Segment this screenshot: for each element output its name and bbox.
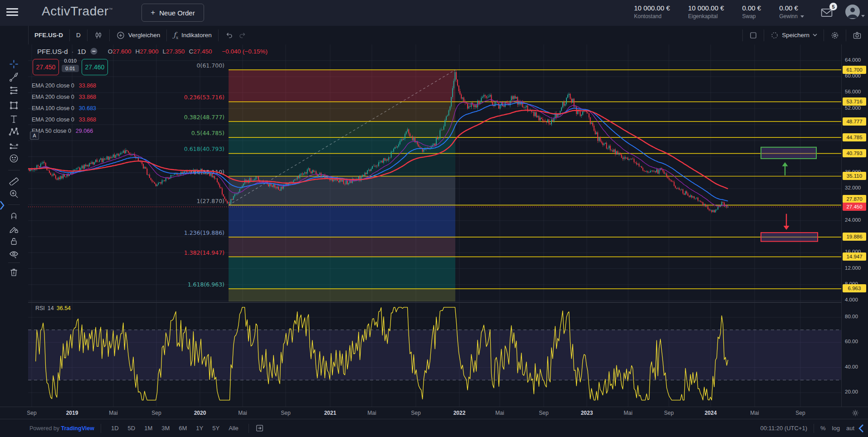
forecast-icon[interactable] xyxy=(9,141,20,151)
fib-level-label[interactable]: 0.5(44.785) xyxy=(191,130,224,136)
settings-button[interactable] xyxy=(824,26,846,44)
snapshot-button[interactable] xyxy=(846,26,868,44)
stat-gewinn[interactable]: 0.00 €Gewinn xyxy=(779,4,804,19)
indicators-button[interactable]: ƒx Indikatoren xyxy=(167,26,218,44)
sell-button[interactable]: 27.450 xyxy=(33,59,59,75)
range-1y[interactable]: 1Y xyxy=(192,423,207,433)
text-icon[interactable] xyxy=(9,114,20,125)
clock[interactable]: 00:11:20 (UTC+1) xyxy=(761,425,807,432)
ruler-icon[interactable] xyxy=(9,175,20,186)
avatar[interactable] xyxy=(845,5,860,19)
fib-level-label[interactable]: 1.236(19.886) xyxy=(184,229,224,236)
arrow-up-marker[interactable] xyxy=(782,162,788,166)
fib-price-badge: 19.886 xyxy=(843,233,866,241)
range-selector: 1D5D1M3M6M1Y5YAlle xyxy=(107,423,242,433)
layout-button[interactable] xyxy=(743,26,764,44)
trash-icon[interactable] xyxy=(9,267,20,278)
legend-row[interactable]: EMA 200 close 033.868 xyxy=(32,91,96,102)
symbol-name: PFE.US-d xyxy=(37,48,68,55)
range-6m[interactable]: 6M xyxy=(175,423,190,433)
fib-level-label[interactable]: 1.618(6.963) xyxy=(188,281,224,288)
collapse-chevron-icon[interactable] xyxy=(858,424,864,433)
time-tick: Sep xyxy=(402,410,429,416)
time-tick: 2021 xyxy=(317,410,344,416)
price-tick: 64.000 xyxy=(845,57,861,63)
range-alle[interactable]: Alle xyxy=(225,423,242,433)
buy-button[interactable]: 27.460 xyxy=(82,59,108,75)
menu-icon[interactable] xyxy=(6,8,18,17)
rsi-tick: 40.00 xyxy=(845,364,858,369)
compare-button[interactable]: Vergleichen xyxy=(110,26,167,44)
time-axis[interactable]: Sep2019MaiSep2020MaiSep2021MaiSep2022Mai… xyxy=(0,407,868,420)
magnet-icon[interactable] xyxy=(9,210,20,221)
fib-level-label[interactable]: 0.618(40.793) xyxy=(184,146,224,152)
time-tick: Mai xyxy=(229,410,256,416)
fib-level-label[interactable]: 1(27.870) xyxy=(197,198,224,204)
hide-all-icon[interactable] xyxy=(9,249,20,260)
zoom-in-icon[interactable] xyxy=(9,189,20,199)
tradingview-link[interactable]: TradingView xyxy=(61,425,94,432)
candles-icon xyxy=(94,31,103,40)
mail-badge: 5 xyxy=(829,3,837,10)
time-tick: 2020 xyxy=(186,410,214,416)
percent-scale-button[interactable]: % xyxy=(820,425,826,432)
log-scale-button[interactable]: log xyxy=(832,425,840,432)
chart-style-button[interactable] xyxy=(88,26,109,44)
fib-price-badge: 27.870 xyxy=(843,195,866,203)
xabcd-pattern-icon[interactable] xyxy=(9,126,20,137)
expand-panel-chevron-icon[interactable] xyxy=(0,199,5,213)
new-order-button[interactable]: + Neue Order xyxy=(141,4,204,22)
interval-button[interactable]: D xyxy=(70,26,87,44)
legend-row[interactable]: EMA 200 close 033.868 xyxy=(32,114,96,125)
range-3m[interactable]: 3M xyxy=(158,423,173,433)
rsi-legend[interactable]: RSI14 36.54 xyxy=(35,305,71,311)
gewinn-caret-icon xyxy=(800,15,804,18)
trend-line-icon[interactable] xyxy=(9,72,20,83)
fib-price-badge: 14.947 xyxy=(843,252,866,261)
save-button[interactable]: Speichern xyxy=(764,26,824,44)
price-axis[interactable]: 64.00060.00056.00052.00048.00044.00040.0… xyxy=(841,44,868,407)
stat-kontostand: 10 000.00 €Kontostand xyxy=(634,4,670,19)
shapes-icon[interactable] xyxy=(9,100,20,111)
time-tick: 2022 xyxy=(446,410,473,416)
avatar-caret-icon[interactable] xyxy=(861,15,865,17)
hide-symbol-icon[interactable] xyxy=(90,47,98,55)
goto-date-icon[interactable] xyxy=(255,424,264,432)
legend-row[interactable]: EMA 200 close 033.868 xyxy=(32,80,96,91)
emoji-icon[interactable] xyxy=(9,153,20,164)
rsi-pane[interactable] xyxy=(28,302,842,407)
redo-button[interactable] xyxy=(232,26,253,44)
ohlc-values: O27.600H27.900L27.350C27.450 xyxy=(108,48,212,55)
cloud-sync-icon xyxy=(770,31,779,39)
fib-level-label[interactable]: 0.382(48.777) xyxy=(184,114,224,121)
lock-all-icon[interactable] xyxy=(9,236,20,247)
main-price-pane[interactable]: 0(61.700)0.236(53.716)0.382(48.777)0.5(4… xyxy=(28,44,842,302)
stat-swap: 0.00 €Swap xyxy=(742,4,761,19)
toolbar-divider xyxy=(8,262,20,263)
trading-app: ActivTrader™ + Neue Order 10 000.00 €Kon… xyxy=(0,0,868,437)
fib-level-label[interactable]: 1.382(14.947) xyxy=(184,249,224,256)
price-tick: 12.000 xyxy=(845,265,861,271)
fib-level-label[interactable]: 0(61.700) xyxy=(197,62,224,69)
fib-retracement-icon[interactable] xyxy=(9,85,20,96)
range-1m[interactable]: 1M xyxy=(141,423,156,433)
text-tool-hint: A xyxy=(30,131,39,140)
fib-level-label[interactable]: 0.236(53.716) xyxy=(184,94,224,101)
legend-row[interactable]: EMA 50 close 029.066 xyxy=(32,125,96,136)
symbol-title-row[interactable]: PFE.US-d · 1D O27.600H27.900L27.350C27.4… xyxy=(37,47,268,55)
rsi-tick: 80.00 xyxy=(845,314,858,319)
legend-row[interactable]: EMA 100 close 030.683 xyxy=(32,102,96,114)
arrow-down-marker[interactable] xyxy=(784,226,790,230)
auto-scale-button[interactable]: aut xyxy=(846,425,854,432)
crosshair-icon[interactable] xyxy=(9,59,20,70)
axis-settings-icon[interactable] xyxy=(852,409,859,418)
symbol-search[interactable]: PFE.US-D xyxy=(28,26,69,44)
layout-square-icon xyxy=(749,31,757,39)
price-target-box[interactable] xyxy=(761,147,816,159)
price-target-box[interactable] xyxy=(761,233,818,241)
toolbar-divider xyxy=(8,170,20,170)
drawing-lock-icon[interactable] xyxy=(9,224,20,235)
range-5y[interactable]: 5Y xyxy=(209,423,223,433)
range-1d[interactable]: 1D xyxy=(107,423,122,433)
range-5d[interactable]: 5D xyxy=(124,423,139,433)
